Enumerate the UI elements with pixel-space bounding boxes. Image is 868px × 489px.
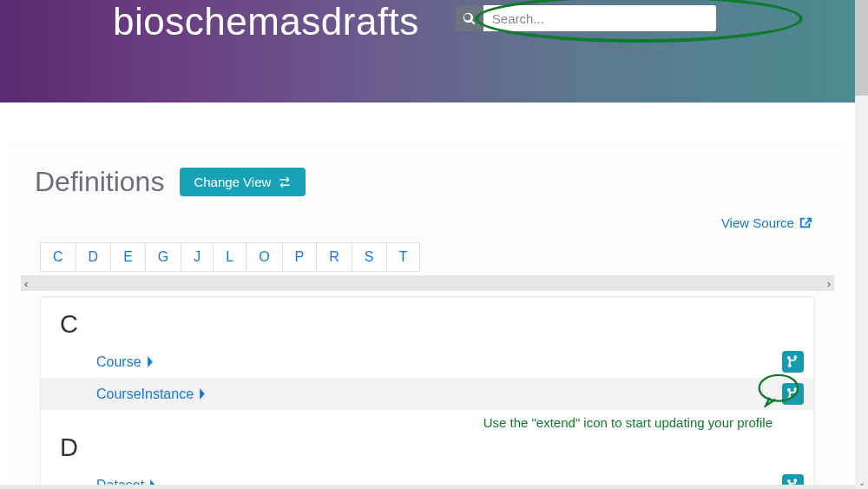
search-button[interactable] (456, 5, 483, 31)
external-link-icon (799, 216, 812, 228)
main: Definitions Change View View Source C D … (0, 142, 855, 489)
az-item-s[interactable]: S (352, 242, 387, 272)
chevron-right-icon (199, 388, 206, 400)
extend-button-course[interactable] (782, 351, 804, 373)
vertical-scrollbar[interactable]: ⌄ (855, 0, 868, 489)
list-item: CourseInstance (41, 378, 814, 410)
az-item-l[interactable]: L (214, 242, 247, 272)
az-item-j[interactable]: J (181, 242, 214, 272)
chevron-down-icon[interactable]: ⌄ (855, 475, 868, 489)
horizontal-scroll-hint[interactable]: ‹ › (21, 275, 834, 291)
git-branch-icon (786, 387, 799, 400)
scrollbar-thumb[interactable] (855, 0, 868, 96)
az-item-r[interactable]: R (317, 242, 352, 272)
header: bioschemasdrafts (0, 0, 855, 102)
az-item-d[interactable]: D (76, 242, 112, 272)
swap-icon (278, 176, 292, 188)
az-item-g[interactable]: G (146, 242, 181, 272)
title-row: Definitions Change View (9, 166, 846, 198)
content-panel: C Course CourseInstance Use th (40, 296, 815, 489)
az-index: C D E G J L O P R S T (9, 242, 846, 272)
az-item-c[interactable]: C (40, 242, 76, 272)
definitions-card: Definitions Change View View Source C D … (9, 142, 846, 489)
section-letter-c: C (41, 310, 814, 346)
horizontal-scrollbar[interactable] (0, 485, 855, 489)
search-container (456, 5, 716, 31)
az-item-o[interactable]: O (247, 242, 282, 272)
brand-title: bioschemasdrafts (113, 0, 419, 43)
change-view-button[interactable]: Change View (180, 168, 306, 196)
chevron-right-icon (147, 356, 154, 367)
extend-button-courseinstance[interactable] (782, 383, 804, 405)
annotation-hint: Use the "extend" icon to start updating … (41, 410, 814, 433)
az-item-t[interactable]: T (387, 242, 421, 272)
item-link-courseinstance[interactable]: CourseInstance (96, 387, 206, 402)
search-icon (463, 12, 476, 25)
item-label: Course (96, 354, 141, 370)
section-letter-d: D (41, 433, 814, 469)
search-input[interactable] (483, 5, 716, 31)
list-item: Course (41, 346, 814, 378)
az-item-e[interactable]: E (111, 242, 146, 272)
item-label: CourseInstance (96, 387, 194, 402)
view-source-link[interactable]: View Source (721, 215, 812, 230)
item-link-course[interactable]: Course (96, 354, 154, 370)
chevron-right-icon: › (827, 277, 831, 290)
chevron-left-icon: ‹ (24, 277, 28, 290)
view-source-label: View Source (721, 215, 794, 230)
git-branch-icon (786, 355, 799, 368)
az-item-p[interactable]: P (283, 242, 318, 272)
view-source-row: View Source (9, 198, 846, 238)
change-view-label: Change View (194, 175, 271, 189)
page-title: Definitions (35, 166, 164, 198)
